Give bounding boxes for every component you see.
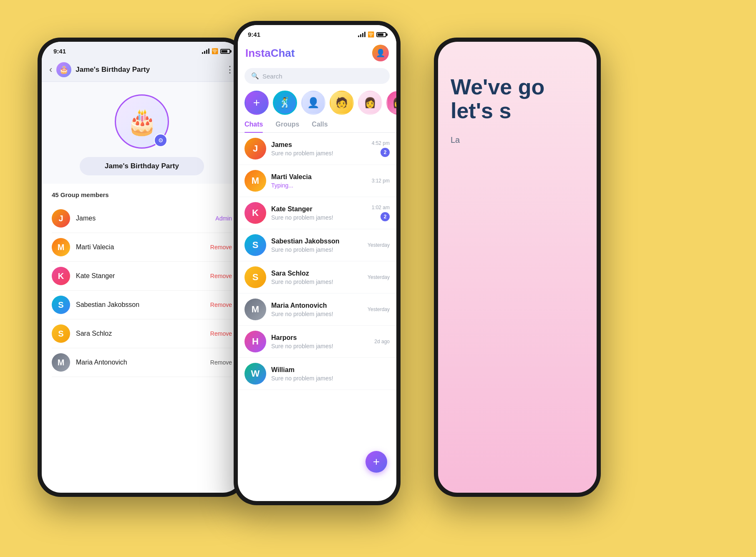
tab-calls[interactable]: Calls <box>312 121 328 132</box>
member-action-sab[interactable]: Remove <box>210 301 232 308</box>
member-name-maria: Maria Antonovich <box>76 359 204 366</box>
member-item[interactable]: M Maria Antonovich Remove <box>52 348 232 377</box>
time-center: 9:41 <box>248 31 260 38</box>
chat-item-sab[interactable]: S Sabestian Jakobsson Sure no problem ja… <box>238 229 396 261</box>
tabs-row: Chats Groups Calls <box>238 121 396 133</box>
story-bubble-2[interactable]: 👤 <box>301 91 325 115</box>
member-name-marti: Marti Valecia <box>76 243 204 251</box>
right-sub: La <box>451 135 460 145</box>
chat-time-sara: Yesterday <box>368 274 390 280</box>
chat-item-marti[interactable]: M Marti Valecia Typing... 3:12 pm <box>238 165 396 197</box>
chat-meta-sara: Yesterday <box>368 274 390 280</box>
phone-center: 9:41 🛜 InstaChat 👤 <box>234 21 401 505</box>
avatar-maria: M <box>52 353 70 372</box>
story-bubble-4[interactable]: 👩 <box>358 91 382 115</box>
wifi-icon: 🛜 <box>212 48 218 54</box>
fab-compose[interactable]: + <box>365 451 387 473</box>
chat-info-james: James Sure no problem james! <box>271 141 367 157</box>
member-item[interactable]: S Sara Schloz Remove <box>52 319 232 348</box>
battery-icon-center <box>376 32 386 37</box>
member-action-james[interactable]: Admin <box>215 215 232 222</box>
avatar-sara: S <box>52 324 70 343</box>
chat-avatar-harpors: H <box>244 331 266 352</box>
chat-name-maria: Maria Antonovich <box>271 302 363 309</box>
chat-header: InstaChat 👤 <box>238 41 396 66</box>
chat-meta-kate: 1:02 am 2 <box>372 205 390 221</box>
status-icons-center: 🛜 <box>358 31 386 38</box>
group-avatar-emoji: 🎂 <box>126 107 158 137</box>
chat-time-sab: Yesterday <box>368 242 390 248</box>
chat-meta-marti: 3:12 pm <box>372 178 390 184</box>
wifi-icon-center: 🛜 <box>368 31 374 38</box>
chat-item-harpors[interactable]: H Harpors Sure no problem james! 2d ago <box>238 326 396 358</box>
chat-info-kate: Kate Stanger Sure no problem james! <box>271 205 367 221</box>
chat-avatar-maria: M <box>244 299 266 320</box>
chat-avatar-sara: S <box>244 266 266 288</box>
chat-time-harpors: 2d ago <box>374 339 390 344</box>
member-item[interactable]: J James Admin <box>52 204 232 233</box>
unread-badge-james: 2 <box>381 148 390 157</box>
tab-groups[interactable]: Groups <box>275 121 299 132</box>
member-name-kate: Kate Stanger <box>76 272 204 280</box>
chat-info-harpors: Harpors Sure no problem james! <box>271 334 369 349</box>
signal-icon <box>202 48 209 54</box>
chat-item-sara[interactable]: S Sara Schloz Sure no problem james! Yes… <box>238 261 396 294</box>
story-bubble-1[interactable]: 🕺 <box>273 91 297 115</box>
avatar-kate: K <box>52 267 70 285</box>
chat-name-harpors: Harpors <box>271 334 369 342</box>
member-action-sara[interactable]: Remove <box>210 330 232 337</box>
chat-preview-william: Sure no problem james! <box>271 375 385 382</box>
chat-meta-harpors: 2d ago <box>374 339 390 344</box>
member-name-sara: Sara Schloz <box>76 330 204 337</box>
chat-list: J James Sure no problem james! 4:52 pm 2… <box>238 133 396 390</box>
story-bubble-3[interactable]: 🧑 <box>330 91 354 115</box>
user-avatar[interactable]: 👤 <box>372 45 389 61</box>
chat-preview-sara: Sure no problem james! <box>271 278 363 285</box>
status-bar-center: 9:41 🛜 <box>238 25 396 41</box>
member-name-james: James <box>76 215 209 222</box>
member-action-kate[interactable]: Remove <box>210 273 232 279</box>
member-name-sab: Sabestian Jakobsson <box>76 301 204 309</box>
search-placeholder: Search <box>262 73 282 80</box>
back-button[interactable]: ‹ <box>49 64 52 75</box>
member-action-marti[interactable]: Remove <box>210 244 232 251</box>
chat-item-kate[interactable]: K Kate Stanger Sure no problem james! 1:… <box>238 197 396 229</box>
right-heading-line1: We've go <box>451 75 544 99</box>
add-story-bubble[interactable]: + <box>244 91 269 115</box>
group-nav-avatar: 🎂 <box>56 62 71 77</box>
avatar-james: J <box>52 209 70 228</box>
right-heading-line2: let's s <box>451 99 544 123</box>
chat-preview-james: Sure no problem james! <box>271 150 367 157</box>
scene: 9:41 🛜 ‹ 🎂 Jame's Birthday Party <box>0 0 756 557</box>
chat-item-william[interactable]: W William Sure no problem james! <box>238 358 396 390</box>
group-settings-badge[interactable]: ⚙ <box>154 134 167 147</box>
chat-item-james[interactable]: J James Sure no problem james! 4:52 pm 2 <box>238 133 396 165</box>
member-item[interactable]: S Sabestian Jakobsson Remove <box>52 291 232 319</box>
chat-info-william: William Sure no problem james! <box>271 366 385 382</box>
chat-name-kate: Kate Stanger <box>271 205 367 213</box>
status-bar-left: 9:41 🛜 <box>42 42 242 58</box>
chat-meta-maria: Yesterday <box>368 306 390 312</box>
chat-preview-sab: Sure no problem james! <box>271 246 363 253</box>
member-item[interactable]: K Kate Stanger Remove <box>52 262 232 291</box>
chat-preview-harpors: Sure no problem james! <box>271 343 369 349</box>
member-action-maria[interactable]: Remove <box>210 359 232 366</box>
chat-time-maria: Yesterday <box>368 306 390 312</box>
member-item[interactable]: M Marti Valecia Remove <box>52 233 232 262</box>
chat-info-maria: Maria Antonovich Sure no problem james! <box>271 302 363 317</box>
menu-button[interactable]: ⋮ <box>225 64 234 75</box>
chat-name-sara: Sara Schloz <box>271 270 363 277</box>
phone-right: We've go let's s La <box>434 38 601 497</box>
chat-info-sara: Sara Schloz Sure no problem james! <box>271 270 363 285</box>
nav-title: Jame's Birthday Party <box>76 66 221 74</box>
group-name-pill[interactable]: Jame's Birthday Party <box>80 157 204 175</box>
top-nav-left: ‹ 🎂 Jame's Birthday Party ⋮ <box>42 58 242 82</box>
chat-preview-kate: Sure no problem james! <box>271 214 367 221</box>
chat-avatar-james: J <box>244 138 266 160</box>
chat-item-maria[interactable]: M Maria Antonovich Sure no problem james… <box>238 294 396 326</box>
story-bubble-5[interactable]: 👩 <box>386 91 396 115</box>
tab-chats[interactable]: Chats <box>244 121 263 132</box>
app-title: InstaChat <box>245 47 295 60</box>
chat-name-james: James <box>271 141 367 149</box>
search-bar[interactable]: 🔍 Search <box>244 68 390 84</box>
